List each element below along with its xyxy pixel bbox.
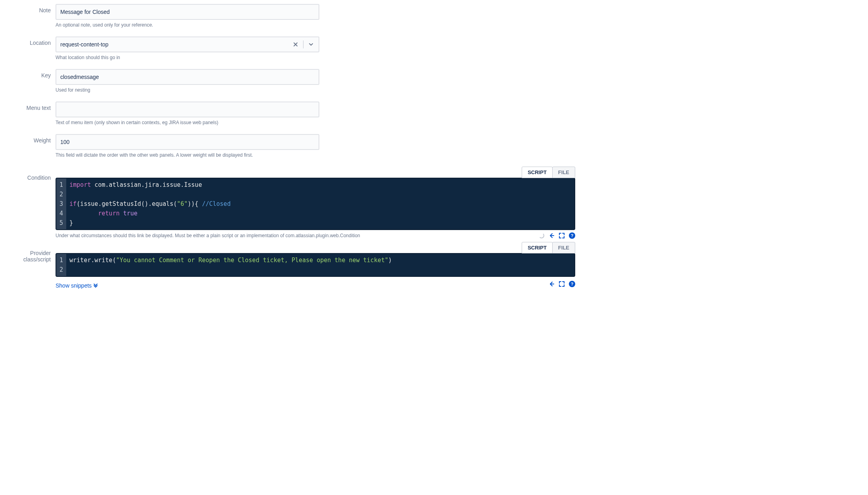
location-value: request-content-top xyxy=(60,41,291,48)
expand-icon[interactable] xyxy=(559,232,565,239)
location-label: Location xyxy=(8,36,56,46)
double-chevron-down-icon xyxy=(93,283,98,288)
note-input[interactable] xyxy=(56,4,319,20)
weight-input[interactable] xyxy=(56,134,319,150)
show-snippets-link[interactable]: Show snippets xyxy=(56,282,98,289)
tab-file[interactable]: FILE xyxy=(552,242,575,253)
menutext-input[interactable] xyxy=(56,102,319,117)
chevron-down-icon[interactable] xyxy=(307,41,315,48)
spinner-icon xyxy=(539,233,544,238)
tab-script[interactable]: SCRIPT xyxy=(522,242,553,253)
location-select[interactable]: request-content-top xyxy=(56,36,319,52)
arrow-left-icon[interactable] xyxy=(548,281,555,287)
condition-editor[interactable]: 12345 import com.atlassian.jira.issue.Is… xyxy=(56,178,575,230)
condition-tabs: SCRIPT FILE xyxy=(56,167,575,178)
weight-help: This field will dictate the order with t… xyxy=(56,152,319,158)
tab-file[interactable]: FILE xyxy=(552,167,575,178)
key-input[interactable] xyxy=(56,69,319,85)
provider-code[interactable]: writer.write("You cannot Comment or Reop… xyxy=(66,254,395,276)
help-icon[interactable]: ? xyxy=(569,281,575,287)
tab-script[interactable]: SCRIPT xyxy=(522,167,553,178)
help-icon[interactable]: ? xyxy=(569,232,575,239)
condition-gutter: 12345 xyxy=(56,178,66,229)
condition-help: Under what circumstances should this lin… xyxy=(56,233,535,238)
menutext-label: Menu text xyxy=(8,102,56,111)
provider-editor[interactable]: 12 writer.write("You cannot Comment or R… xyxy=(56,253,575,277)
note-help: An optional note, used only for your ref… xyxy=(56,22,319,28)
menutext-help: Text of menu item (only shown in certain… xyxy=(56,120,319,125)
key-help: Used for nesting xyxy=(56,87,319,93)
key-label: Key xyxy=(8,69,56,79)
clear-icon[interactable] xyxy=(291,41,300,48)
provider-gutter: 12 xyxy=(56,254,66,276)
provider-label: Provider class/script xyxy=(8,242,56,263)
select-divider xyxy=(303,40,303,48)
weight-label: Weight xyxy=(8,134,56,144)
condition-label: Condition xyxy=(8,167,56,181)
arrow-left-icon[interactable] xyxy=(548,232,555,239)
note-label: Note xyxy=(8,4,56,13)
expand-icon[interactable] xyxy=(559,281,565,287)
provider-tabs: SCRIPT FILE xyxy=(56,242,575,253)
location-help: What location should this go in xyxy=(56,55,319,60)
condition-code[interactable]: import com.atlassian.jira.issue.Issue if… xyxy=(66,178,234,229)
